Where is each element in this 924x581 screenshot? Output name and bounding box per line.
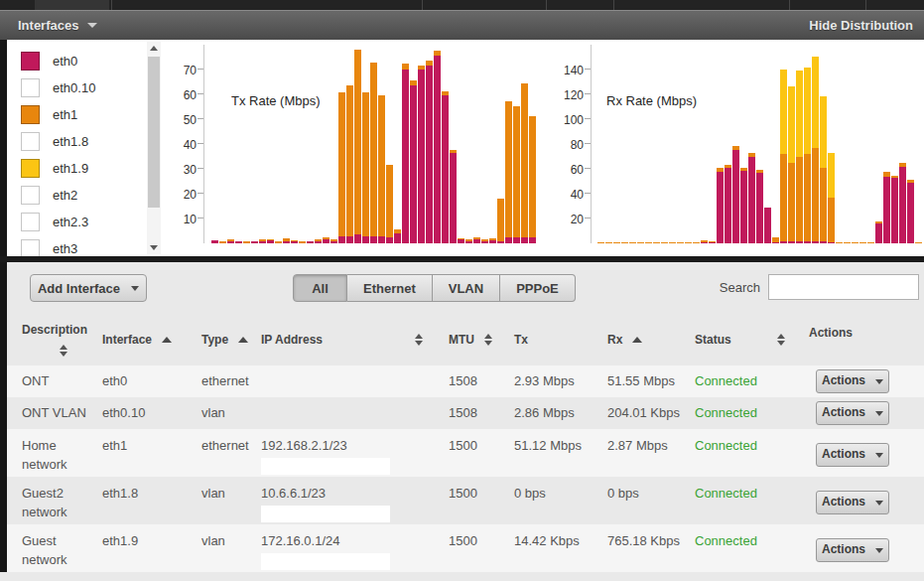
scroll-up-icon[interactable] [147, 42, 161, 55]
stacked-bar [891, 176, 898, 243]
stacked-bar [307, 241, 314, 243]
cell-actions: Actions [809, 524, 924, 562]
y-axis-tick-label: 60 [552, 163, 584, 177]
bar-segment-eth0 [338, 236, 345, 244]
bar-segment-eth1 [812, 148, 819, 241]
sort-icon[interactable] [60, 345, 67, 357]
sort-ascending-icon[interactable] [162, 337, 172, 343]
interface-label: eth2.3 [53, 215, 88, 229]
column-header-rx[interactable]: Rx [607, 333, 695, 347]
stacked-bar [481, 239, 488, 243]
y-axis-tick-label: 20 [552, 213, 584, 226]
actions-button[interactable]: Actions [816, 401, 889, 425]
checkbox-unchecked-icon[interactable] [21, 132, 40, 151]
bar-segment-eth0 [875, 223, 882, 243]
stacked-bar [291, 240, 298, 243]
checkbox-unchecked-icon[interactable] [21, 78, 40, 97]
checkbox-unchecked-icon[interactable] [21, 186, 40, 205]
interface-list-item[interactable]: eth0.10 [7, 74, 146, 101]
stacked-bar [243, 241, 250, 243]
table-row: ONT VLANeth0.10vlan15082.86 Mbps204.01 K… [7, 397, 924, 429]
bar-segment-eth1 [605, 242, 612, 243]
checkbox-checked-icon[interactable] [21, 159, 40, 178]
stacked-bar [402, 64, 409, 243]
cell-description: ONT [22, 372, 102, 391]
search-area: Search [720, 274, 919, 300]
column-header-type[interactable]: Type [201, 333, 261, 347]
tab-pppoe[interactable]: PPPoE [500, 274, 576, 302]
bar-segment-eth1 [836, 242, 843, 243]
bar-segment-eth1 [378, 95, 385, 235]
interface-list-item[interactable]: eth2 [7, 182, 146, 209]
sort-icon[interactable] [484, 334, 492, 346]
checkbox-checked-icon[interactable] [21, 105, 40, 124]
column-header-status[interactable]: Status [695, 333, 809, 347]
cell-actions: Actions [809, 477, 924, 514]
cell-interface: eth1.9 [102, 524, 201, 551]
column-header-tx[interactable]: Tx [514, 333, 607, 347]
column-header-actions[interactable]: Actions [809, 313, 924, 340]
y-axis-tick-label: 30 [165, 163, 197, 177]
bar-segment-eth1 [844, 242, 851, 243]
tab-all[interactable]: All [293, 274, 347, 302]
column-header-desc[interactable]: Description [22, 323, 102, 357]
ip-address-text: 192.168.2.1/23 [261, 437, 449, 456]
column-label: IP Address [261, 333, 323, 347]
bar-segment-eth1 [354, 50, 361, 234]
column-header-ip[interactable]: IP Address [261, 333, 449, 347]
checkbox-checked-icon[interactable] [21, 52, 40, 71]
add-interface-button[interactable]: Add Interface [30, 274, 147, 302]
bar-segment-eth0 [227, 241, 234, 244]
interfaces-dropdown[interactable]: Interfaces [0, 18, 97, 33]
sort-icon[interactable] [415, 334, 423, 346]
stacked-bar [505, 101, 512, 243]
y-axis-line [591, 45, 592, 243]
column-header-interface[interactable]: Interface [102, 333, 201, 347]
actions-button[interactable]: Actions [816, 491, 889, 514]
actions-button[interactable]: Actions [816, 369, 889, 393]
sort-ascending-icon[interactable] [238, 337, 248, 343]
scroll-down-icon[interactable] [147, 241, 161, 254]
interface-list-item[interactable]: eth2.3 [7, 209, 146, 235]
stacked-bar [788, 86, 795, 243]
actions-button[interactable]: Actions [816, 538, 889, 562]
actions-button[interactable]: Actions [816, 443, 889, 467]
checkbox-unchecked-icon[interactable] [21, 213, 40, 231]
y-axis-tick [198, 168, 203, 169]
bar-segment-eth0 [529, 237, 536, 243]
interface-list-item[interactable]: eth0 [7, 48, 146, 74]
scrollbar-thumb[interactable] [148, 57, 160, 208]
stacked-bar [844, 242, 851, 243]
bar-segment-eth1 [513, 106, 520, 236]
cell-tx: 2.93 Mbps [514, 372, 607, 391]
cell-mtu: 1508 [449, 372, 514, 391]
tab-vlan[interactable]: VLAN [433, 274, 500, 302]
bar-segment-eth0 [442, 95, 449, 243]
interface-list-item[interactable]: eth1 [7, 101, 146, 128]
tab-ethernet[interactable]: Ethernet [347, 274, 433, 302]
cell-rx: 204.01 Kbps [607, 404, 695, 423]
tx-rate-chart: Tx Rate (Mbps)10203040506070 [169, 40, 551, 256]
sort-icon[interactable] [777, 334, 785, 346]
bar-segment-eth1 [243, 241, 250, 243]
cell-ip-address: 10.6.6.1/23 [261, 477, 449, 522]
bar-segment-eth1 [497, 199, 504, 241]
column-header-mtu[interactable]: MTU [449, 333, 514, 347]
stacked-bar [820, 96, 827, 243]
interface-list-item[interactable]: eth1.9 [7, 155, 146, 182]
interface-list-item[interactable]: eth1.8 [7, 128, 146, 155]
stacked-bar [732, 146, 739, 243]
tab-strip-divider [422, 0, 423, 10]
y-axis-tick [198, 218, 203, 218]
interface-list-scrollbar[interactable] [147, 42, 161, 254]
table-row: Home networketh1ethernet192.168.2.1/2315… [7, 429, 924, 477]
sort-ascending-icon[interactable] [632, 337, 642, 343]
stacked-bar [709, 241, 716, 243]
bar-segment-eth0 [426, 66, 433, 243]
cell-mtu: 1508 [449, 404, 514, 423]
cell-description: ONT VLAN [22, 404, 102, 423]
y-axis-tick [198, 118, 203, 119]
table-row: Guest2 networketh1.8vlan10.6.6.1/2315000… [7, 477, 924, 524]
hide-distribution-button[interactable]: Hide Distribution [809, 18, 924, 33]
search-input[interactable] [768, 274, 919, 300]
